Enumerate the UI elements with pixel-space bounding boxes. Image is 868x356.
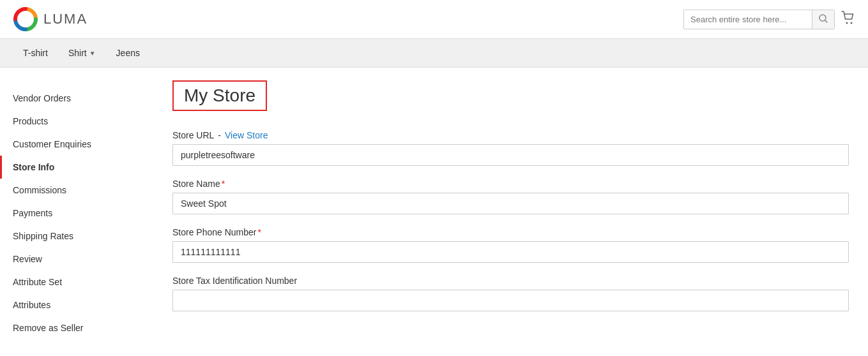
cart-icon xyxy=(841,11,855,25)
sidebar-label-vendor-orders: Vendor Orders xyxy=(13,93,71,103)
nav-label-shirt: Shirt xyxy=(68,48,87,58)
sidebar-item-vendor-orders[interactable]: Vendor Orders xyxy=(0,87,153,110)
store-tax-label: Store Tax Identification Number xyxy=(172,276,849,286)
sidebar-item-remove-as-seller[interactable]: Remove as Seller xyxy=(0,316,153,339)
sidebar-label-attributes: Attributes xyxy=(13,300,50,310)
sidebar-label-commissions: Commissions xyxy=(13,185,66,195)
svg-line-2 xyxy=(825,20,827,22)
page-title: My Store xyxy=(184,85,255,106)
sidebar-label-payments: Payments xyxy=(13,208,52,218)
store-name-label-text: Store Name xyxy=(172,179,220,189)
sidebar-label-store-info: Store Info xyxy=(13,162,54,172)
store-url-separator: - xyxy=(218,130,221,140)
sidebar-item-shipping-rates[interactable]: Shipping Rates xyxy=(0,225,153,248)
svg-point-3 xyxy=(846,22,848,24)
cart-button[interactable] xyxy=(841,11,855,28)
sidebar-item-review[interactable]: Review xyxy=(0,248,153,271)
store-phone-label-text: Store Phone Number xyxy=(172,227,257,237)
sidebar-label-products: Products xyxy=(13,116,48,126)
main-layout: Vendor Orders Products Customer Enquirie… xyxy=(0,68,868,356)
site-header: LUMA xyxy=(0,0,868,39)
store-name-group: Store Name* xyxy=(172,179,849,214)
store-url-group: Store URL - View Store xyxy=(172,130,849,166)
page-title-wrapper: My Store xyxy=(172,80,267,111)
store-tax-group: Store Tax Identification Number xyxy=(172,276,849,311)
sidebar-label-customer-enquiries: Customer Enquiries xyxy=(13,139,91,149)
store-phone-group: Store Phone Number* xyxy=(172,227,849,263)
store-phone-label: Store Phone Number* xyxy=(172,227,849,237)
sidebar-item-store-info[interactable]: Store Info xyxy=(0,156,153,179)
sidebar-item-customer-enquiries[interactable]: Customer Enquiries xyxy=(0,133,153,156)
nav-bar: T-shirt Shirt ▼ Jeens xyxy=(0,39,868,68)
search-input[interactable] xyxy=(684,11,812,28)
sidebar-item-products[interactable]: Products xyxy=(0,110,153,133)
store-url-label: Store URL xyxy=(172,130,214,140)
nav-item-jeens[interactable]: Jeens xyxy=(106,39,150,67)
sidebar-label-remove-as-seller: Remove as Seller xyxy=(13,323,84,333)
store-phone-required: * xyxy=(258,227,261,237)
nav-label-jeens: Jeens xyxy=(116,48,140,58)
search-button[interactable] xyxy=(812,10,834,29)
sidebar-item-payments[interactable]: Payments xyxy=(0,202,153,225)
content-area: My Store Store URL - View Store Store Na… xyxy=(153,80,868,346)
sidebar-item-attribute-set[interactable]: Attribute Set xyxy=(0,271,153,293)
store-name-required: * xyxy=(222,179,225,189)
search-icon xyxy=(819,14,828,23)
logo-text: LUMA xyxy=(43,11,88,27)
store-phone-input[interactable] xyxy=(172,241,849,263)
search-box xyxy=(683,10,835,29)
store-url-label-row: Store URL - View Store xyxy=(172,130,849,140)
store-name-input[interactable] xyxy=(172,193,849,214)
sidebar-item-attributes[interactable]: Attributes xyxy=(0,293,153,316)
logo-area: LUMA xyxy=(13,6,88,32)
nav-item-tshirt[interactable]: T-shirt xyxy=(13,39,58,67)
svg-point-4 xyxy=(851,22,853,24)
nav-label-tshirt: T-shirt xyxy=(23,48,48,58)
view-store-link[interactable]: View Store xyxy=(225,130,268,140)
store-tax-input[interactable] xyxy=(172,290,849,311)
nav-item-shirt[interactable]: Shirt ▼ xyxy=(58,39,106,67)
sidebar-label-review: Review xyxy=(13,254,42,264)
sidebar-item-commissions[interactable]: Commissions xyxy=(0,179,153,202)
sidebar: Vendor Orders Products Customer Enquirie… xyxy=(0,80,153,346)
header-right xyxy=(683,10,855,29)
sidebar-label-shipping-rates: Shipping Rates xyxy=(13,231,73,241)
sidebar-label-attribute-set: Attribute Set xyxy=(13,277,62,287)
luma-logo-icon xyxy=(13,6,38,32)
chevron-down-icon: ▼ xyxy=(89,50,96,57)
store-url-input[interactable] xyxy=(172,144,849,166)
store-name-label: Store Name* xyxy=(172,179,849,189)
